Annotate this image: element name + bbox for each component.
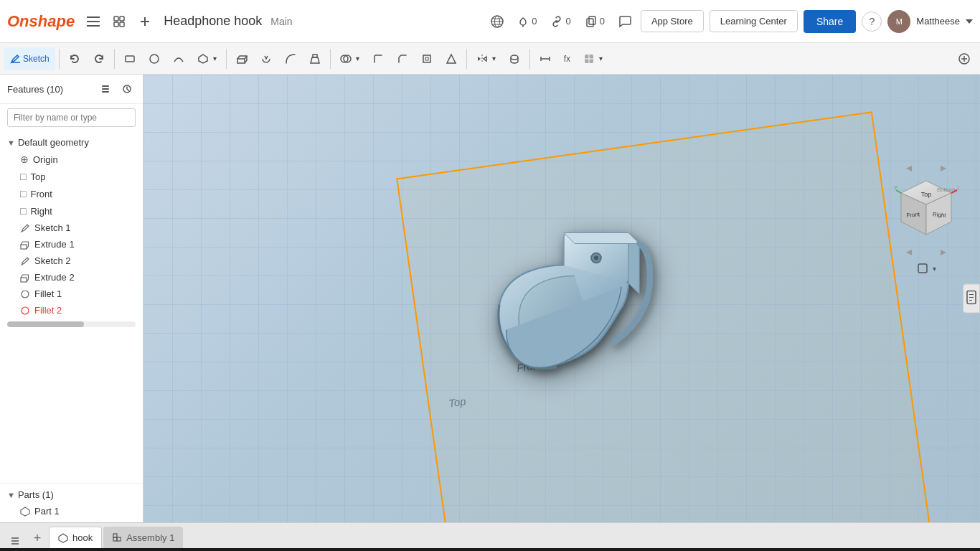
svg-rect-16	[587, 19, 593, 27]
extrude1-icon	[20, 240, 30, 250]
plane-tool[interactable]	[118, 47, 141, 70]
sidebar-scrollbar[interactable]	[7, 321, 136, 327]
arc-tool[interactable]	[167, 47, 190, 70]
appearance-icon	[583, 53, 595, 65]
svg-marker-24	[311, 57, 319, 63]
fillet-tool[interactable]	[367, 47, 390, 70]
tree-item-sketch2[interactable]: Sketch 2	[0, 253, 143, 269]
app-store-button[interactable]: App Store	[641, 10, 704, 32]
feature-filter-input[interactable]	[7, 108, 136, 127]
default-geometry-group[interactable]: ▼ Default geometry	[0, 134, 143, 151]
viewport[interactable]: Front Top	[143, 75, 980, 522]
extrude-tool[interactable]	[230, 47, 253, 70]
mirror-tool[interactable]: ▾	[471, 47, 501, 70]
like-counter[interactable]: 0	[513, 13, 541, 30]
tab-hook[interactable]: hook	[49, 527, 102, 548]
cube-button-icon	[917, 263, 928, 274]
svg-rect-76	[117, 537, 121, 541]
boolean-tool[interactable]: ▾	[334, 47, 365, 70]
scrollbar-thumb[interactable]	[7, 321, 84, 327]
undo-button[interactable]	[63, 47, 86, 70]
tree-item-origin[interactable]: ⊕ Origin	[0, 151, 143, 168]
sidebar: Features (10) ▼ Default geometry ⊕ Origi…	[0, 75, 143, 522]
tree-item-top[interactable]: □ Top	[0, 168, 143, 185]
learning-center-button[interactable]: Learning Center	[710, 10, 798, 32]
hole-tool[interactable]	[503, 47, 526, 70]
svg-rect-3	[114, 17, 118, 21]
history-icon[interactable]	[118, 80, 136, 98]
sweep-tool[interactable]	[279, 47, 302, 70]
boolean-icon	[340, 53, 352, 65]
svg-point-47	[22, 291, 29, 298]
chamfer-tool[interactable]	[391, 47, 414, 70]
link-counter[interactable]: 0	[547, 13, 575, 30]
variable-tool[interactable]: fx	[558, 47, 576, 70]
tree-item-fillet1[interactable]: Fillet 1	[0, 286, 143, 302]
help-button[interactable]: ?	[862, 11, 882, 32]
revolve-tool[interactable]	[255, 47, 278, 70]
shell-icon	[421, 53, 433, 65]
hamburger-menu-button[interactable]	[83, 11, 103, 32]
tree-item-front[interactable]: □ Front	[0, 185, 143, 202]
main-area: Features (10) ▼ Default geometry ⊕ Origi…	[0, 75, 980, 522]
shell-tool[interactable]	[415, 47, 438, 70]
sketch2-icon	[20, 256, 30, 266]
nav-cube-svg[interactable]: Top Front Right Bottom X Y	[894, 177, 958, 242]
tree-item-extrude1[interactable]: Extrude 1	[0, 236, 143, 253]
3d-model[interactable]	[463, 204, 693, 393]
add-tab-button[interactable]: +	[27, 528, 47, 548]
svg-rect-4	[120, 17, 124, 21]
mirror-chevron: ▾	[492, 55, 496, 62]
nav-cube[interactable]: ◂ ▸	[887, 161, 966, 276]
tree-item-sketch1[interactable]: Sketch 1	[0, 220, 143, 236]
parts-group-header[interactable]: ▼ Parts (1)	[0, 486, 143, 503]
svg-text:Front: Front	[906, 211, 920, 219]
nav-arrow-down-left[interactable]: ◂	[906, 245, 912, 258]
polygon-tool[interactable]: ▾	[192, 47, 222, 70]
configure-icon[interactable]	[97, 80, 114, 98]
variable-icon: fx	[564, 54, 570, 64]
appearance-tool[interactable]: ▾	[578, 47, 608, 70]
sketch-label: Sketch	[23, 54, 50, 64]
fillet1-icon	[20, 289, 30, 299]
tree-item-extrude2[interactable]: Extrude 2	[0, 269, 143, 286]
sketch-button[interactable]: Sketch	[4, 47, 55, 70]
user-avatar[interactable]: M	[887, 10, 910, 33]
copy-counter[interactable]: 0	[581, 13, 609, 30]
svg-rect-27	[423, 55, 430, 62]
right-panel-toggle[interactable]	[963, 284, 980, 314]
tab-settings-button[interactable]	[4, 532, 26, 548]
nav-arrow-up-right[interactable]: ▸	[941, 161, 946, 174]
sketch-icon	[10, 54, 20, 64]
onshape-logo[interactable]: Onshape	[7, 12, 75, 31]
filter-button[interactable]	[109, 11, 129, 32]
nav-cube-button[interactable]: ▾	[917, 263, 936, 274]
sweep-icon	[285, 53, 296, 65]
tree-item-fillet2[interactable]: Fillet 2	[0, 302, 143, 319]
loft-tool[interactable]	[303, 47, 326, 70]
user-dropdown-icon[interactable]	[966, 19, 973, 24]
svg-rect-46	[21, 278, 27, 282]
user-name[interactable]: Mattheese	[916, 16, 960, 27]
svg-rect-41	[102, 85, 109, 87]
part-item-1[interactable]: Part 1	[0, 503, 143, 519]
circle-tool[interactable]	[143, 47, 166, 70]
svg-marker-52	[564, 233, 639, 244]
nav-arrow-down-right[interactable]: ▸	[941, 245, 946, 258]
like-count: 0	[532, 16, 537, 27]
add-feature-button[interactable]	[135, 11, 155, 32]
link-count: 0	[565, 16, 570, 27]
add-to-toolbar[interactable]	[953, 47, 976, 70]
comment-button[interactable]	[615, 11, 635, 32]
nav-arrow-up-left[interactable]: ◂	[906, 161, 912, 174]
tree-item-right[interactable]: □ Right	[0, 202, 143, 220]
share-button[interactable]: Share	[804, 10, 856, 33]
globe-icon-button[interactable]	[487, 11, 507, 32]
revolve-icon	[260, 53, 272, 65]
svg-rect-5	[114, 22, 118, 27]
tab-assembly1[interactable]: Assembly 1	[103, 527, 183, 548]
part1-label: Part 1	[34, 506, 60, 517]
measure-tool[interactable]	[534, 47, 557, 70]
redo-button[interactable]	[88, 47, 110, 70]
draft-tool[interactable]	[440, 47, 463, 70]
